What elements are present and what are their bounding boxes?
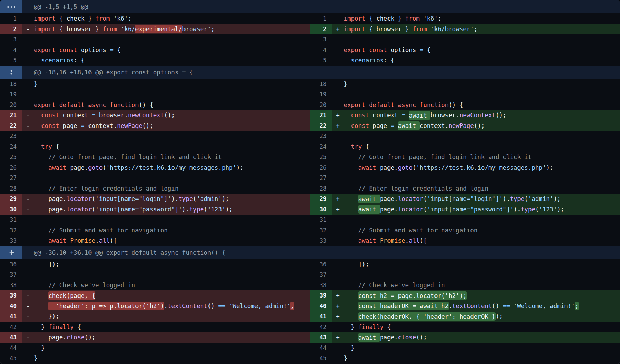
line-number[interactable]: 31 [310,215,332,225]
line-number[interactable]: 27 [0,173,22,183]
line-number[interactable]: 2 [0,24,22,35]
line-number[interactable]: 37 [310,269,332,280]
line-number[interactable]: 26 [0,162,22,173]
diff-row: 22- const page = context.newPage();22+ c… [0,121,620,131]
code-token: scenarios [41,57,74,64]
line-number[interactable]: 3 [310,34,332,45]
line-number[interactable]: 25 [310,152,332,162]
line-number[interactable]: 43 [0,332,22,343]
line-number[interactable]: 28 [0,183,22,194]
line-number[interactable]: 22 [310,121,332,131]
no-sign [332,55,344,66]
line-number[interactable]: 5 [310,55,332,66]
line-number[interactable]: 41 [0,311,22,322]
expand-hunk-button[interactable] [0,246,22,259]
code-line: await Promise.all([ [344,235,620,246]
line-number[interactable]: 29 [310,194,332,204]
no-sign [332,280,344,291]
code-line: const context = browser.newContext(); [34,110,310,121]
line-number[interactable]: 4 [310,45,332,56]
no-sign [22,34,34,45]
line-number[interactable]: 32 [310,225,332,236]
line-number[interactable]: 32 [0,225,22,236]
code-token: () [492,303,503,310]
diff-side-ctx: 28 // Enter login credentials and login [310,183,620,194]
code-token: { [423,47,430,53]
diff-row: 39- check(page, {39+ const h2 = page.loc… [0,290,620,301]
line-number[interactable]: 22 [0,121,22,131]
line-number[interactable]: 42 [310,322,332,332]
code-token: 'input[name="password"]' [427,206,514,213]
code-token: close [398,334,416,341]
code-token: // Check we've logged in [34,282,135,289]
kebab-horizontal-icon [7,6,15,8]
line-number[interactable]: 33 [0,235,22,246]
line-number[interactable]: 21 [310,110,332,121]
code-token [117,26,121,33]
line-number[interactable]: 38 [310,280,332,291]
diff-row: 29- page.locator('input[name="login"]').… [0,194,620,204]
line-number[interactable]: 2 [310,24,332,35]
code-line: await page.locator('input[name="login"]'… [344,194,620,204]
line-number[interactable]: 27 [310,173,332,183]
line-number[interactable]: 39 [310,290,332,301]
no-sign [22,225,34,236]
word-diff-highlight: check(headerOK, { 'header': headerOK } [358,312,496,321]
line-number[interactable]: 37 [0,269,22,280]
line-number[interactable]: 18 [310,79,332,89]
line-number[interactable]: 21 [0,110,22,121]
line-number[interactable]: 29 [0,194,22,204]
line-number[interactable]: 33 [310,235,332,246]
line-number[interactable]: 31 [0,215,22,225]
line-number[interactable]: 1 [310,13,332,24]
no-sign [332,152,344,162]
code-token: close [67,334,85,341]
line-number[interactable]: 23 [0,131,22,142]
line-number[interactable]: 43 [310,332,332,343]
line-number[interactable]: 1 [0,13,22,24]
line-number[interactable]: 45 [310,353,332,364]
line-number[interactable]: 4 [0,45,22,56]
code-token: async [88,101,106,108]
line-number[interactable]: 5 [0,55,22,66]
line-number[interactable]: 38 [0,280,22,291]
diff-row: 30- page.locator('input[name="password"]… [0,204,620,215]
line-number[interactable]: 36 [0,259,22,270]
line-number[interactable]: 44 [310,343,332,353]
line-number[interactable]: 39 [0,290,22,301]
line-number[interactable]: 30 [310,204,332,215]
line-number[interactable]: 36 [310,259,332,270]
line-number[interactable]: 25 [0,152,22,162]
line-number[interactable]: 24 [310,142,332,152]
code-token: import [34,26,56,33]
diff-side-add: 41+ check(headerOK, { 'header': headerOK… [310,311,620,322]
line-number[interactable]: 19 [0,89,22,100]
line-number[interactable]: 40 [310,301,332,312]
no-sign [22,280,34,291]
line-number[interactable]: 19 [310,89,332,100]
line-number[interactable]: 28 [310,183,332,194]
line-number[interactable]: 40 [0,301,22,312]
line-number[interactable]: 18 [0,79,22,89]
line-number[interactable]: 26 [310,162,332,173]
code-line [344,173,620,183]
line-number[interactable]: 20 [310,100,332,110]
code-token: finally [358,324,384,330]
line-number[interactable]: 30 [0,204,22,215]
line-number[interactable]: 24 [0,142,22,152]
code-token: from [405,15,420,22]
line-number[interactable]: 45 [0,353,22,364]
hunk-menu-button[interactable] [0,0,22,13]
line-number[interactable]: 3 [0,34,22,45]
line-number[interactable]: 42 [0,322,22,332]
line-number[interactable]: 20 [0,100,22,110]
line-number[interactable]: 44 [0,343,22,353]
code-token: ; [211,26,215,33]
line-number[interactable]: 23 [310,131,332,142]
expand-hunk-button[interactable] [0,66,22,79]
code-token [85,101,88,108]
code-token: { [74,324,81,330]
code-token [344,143,351,150]
line-number[interactable]: 41 [310,311,332,322]
diff-side-ctx: 28 // Enter login credentials and login [0,183,310,194]
